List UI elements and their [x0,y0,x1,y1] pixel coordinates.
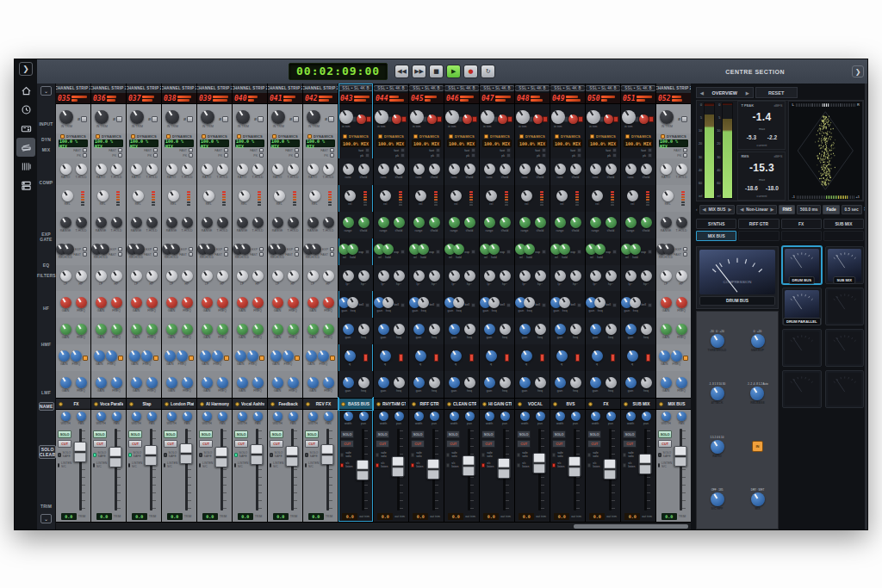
solo-button[interactable]: SOLO [517,430,531,438]
fader-cap[interactable] [357,460,370,480]
range-knob[interactable] [60,217,71,228]
fader-cap[interactable] [498,458,511,479]
channel-name-cell[interactable]: FX [56,398,90,410]
channel-strip-052[interactable]: CHANNEL STRIP 2 052 IN TRIM ø DYNAMICS 1… [656,84,691,522]
overview-next-icon[interactable]: ▶ [746,90,749,96]
solo-safe-toggle[interactable]: safe solo [552,451,566,458]
eq-bypass-switch[interactable] [540,354,544,362]
ratio-knob[interactable] [378,164,389,175]
range-knob[interactable] [237,217,248,228]
channel-strip-049[interactable]: SSL • SL 4K B 049 in trim ø DYNAMICS 100… [550,84,585,522]
lf-knob[interactable] [131,270,142,282]
rel-knob[interactable] [592,190,603,201]
EXP-button[interactable]: EXP [216,247,228,251]
meter-mode-selector[interactable]: ◀Non-Linear▶ [736,205,777,214]
in-trim-knob[interactable] [307,110,320,124]
ratio-knob[interactable] [413,164,425,175]
pan-knob[interactable] [394,412,404,421]
fast-button[interactable]: fast [500,148,511,152]
listen-sc-toggle[interactable]: s/c listen [517,461,531,468]
cut-button[interactable]: CUT [340,440,354,448]
rel-knob[interactable] [274,190,285,201]
lp--knob[interactable] [484,270,495,282]
pk-button[interactable]: PK [147,153,158,158]
gain-knob[interactable] [661,297,672,308]
freq-knob[interactable] [141,350,152,362]
rms-toggle-button[interactable]: RMS [779,205,795,214]
fast-button[interactable]: FAST [179,148,193,152]
lf-knob[interactable] [166,270,177,282]
width-knob[interactable] [450,412,459,421]
solo-safe-toggle[interactable]: SOLO SAFE [658,451,672,458]
freq-knob[interactable] [488,297,500,308]
width-knob[interactable] [202,412,212,421]
gain-knob[interactable] [343,377,354,388]
solo-button[interactable]: SOLO [481,430,495,438]
in-trim-knob[interactable] [375,110,388,124]
t-hold-knob[interactable] [182,164,193,175]
hold-knob[interactable] [134,244,145,255]
listen-sc-toggle[interactable]: s/c listen [481,461,495,468]
ratio-knob[interactable] [343,164,354,175]
pan-knob[interactable] [677,412,686,421]
hp--knob[interactable] [464,270,475,282]
range-knob[interactable] [413,217,425,228]
lf-knob[interactable] [237,270,248,282]
freq-knob[interactable] [630,297,641,308]
width-knob[interactable] [132,412,141,421]
hp-knob[interactable] [76,270,87,282]
compressor-ratio-knob[interactable] [711,440,724,454]
gain-knob[interactable] [237,377,248,388]
in-trim-knob[interactable] [201,110,214,124]
rel-knob[interactable] [203,190,214,201]
t-hold-knob[interactable] [464,217,475,228]
FAST-button[interactable]: FAST [320,252,334,257]
rel-knob[interactable] [627,190,638,201]
bus-tab-fx[interactable]: FX [781,219,822,229]
strip-type-label[interactable]: CHANNEL STRIP 2 [56,86,90,90]
cut-button[interactable]: CUT [199,440,213,448]
in-trim-knob[interactable] [445,110,459,124]
strip-type-label[interactable]: CHANNEL STRIP 2 [197,86,232,90]
freq-knob[interactable] [247,350,258,362]
width-knob[interactable] [167,412,177,421]
hold-knob[interactable] [310,244,321,255]
rel-knob[interactable] [309,190,320,201]
bell-button[interactable]: bell [430,303,440,307]
pan-knob[interactable] [147,412,157,421]
lf-knob[interactable] [272,270,283,282]
freq-knob[interactable] [323,297,334,308]
rel-knob[interactable] [239,190,250,201]
in-trim-knob[interactable] [271,110,285,124]
solo-button[interactable]: SOLO [376,430,389,438]
compressor-threshold-knob[interactable] [711,334,724,348]
eq-in-button[interactable] [295,356,300,361]
solo-safe-toggle[interactable]: SOLO SAFE [164,451,177,458]
FAST-button[interactable]: FAST [250,252,264,257]
lp--knob[interactable] [343,270,354,282]
meter-source-selector[interactable]: ◀MIX BUS▶ [699,205,736,214]
t-hold-knob[interactable] [606,217,617,228]
dynamics-in-led[interactable] [590,134,594,139]
hold-knob[interactable] [239,244,251,255]
strip-type-label[interactable]: SSL • SL 4K B [480,85,514,91]
gain-knob[interactable] [272,297,283,308]
t-hold-knob[interactable] [500,164,511,175]
solo-button[interactable]: SOLO [340,430,354,438]
ratio-knob[interactable] [307,164,319,175]
settings-prev-icon[interactable]: ‹ [696,207,698,212]
q-knob[interactable] [556,350,568,362]
channel-fader[interactable] [354,429,371,511]
channel-fader[interactable] [566,429,583,511]
gain-knob[interactable] [659,350,670,362]
hp-knob[interactable] [111,270,122,282]
gain-knob[interactable] [413,377,425,388]
fast-button[interactable]: fast [429,148,440,152]
gain-knob[interactable] [129,350,140,362]
in-trim-knob[interactable] [130,110,144,124]
ratio-knob[interactable] [60,164,71,175]
strip-type-label[interactable]: SSL • SL 4K B [515,85,550,91]
solo-button[interactable]: SOLO [270,430,283,438]
fader-cap[interactable] [604,459,617,480]
range-knob[interactable] [202,217,213,228]
